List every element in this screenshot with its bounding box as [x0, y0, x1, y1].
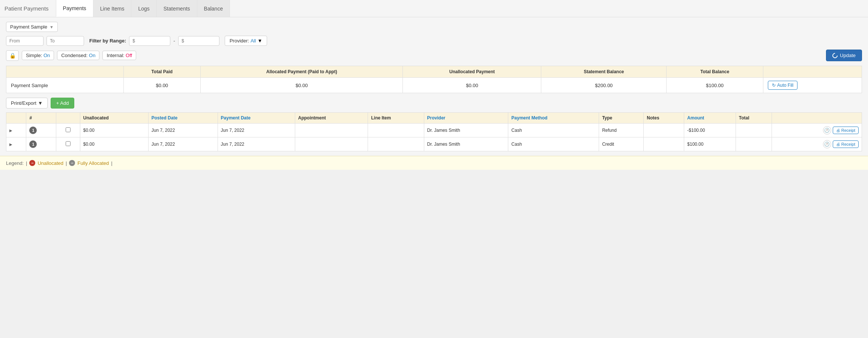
col-total: Total — [736, 113, 772, 124]
receipt-button[interactable]: 🖨 Receipt — [833, 140, 859, 148]
summary-row-name: Payment Sample — [6, 78, 124, 93]
top-nav: Patient Payments Payments Line Items Log… — [0, 0, 868, 17]
col-posted-date[interactable]: Posted Date — [148, 113, 218, 124]
summary-col-unallocated: Unallocated Payment — [403, 66, 541, 78]
from-date-input[interactable] — [6, 36, 44, 46]
row-actions-cell: 🕐 🖨 Receipt — [772, 137, 862, 151]
col-amount[interactable]: Amount — [684, 113, 736, 124]
tab-logs[interactable]: Logs — [131, 0, 156, 17]
receipt-icon: 🖨 — [836, 142, 840, 146]
provider-cell: Dr. James Smith — [424, 137, 508, 151]
expand-arrow-icon[interactable]: ▶ — [9, 142, 12, 146]
num-cell: 1 — [26, 137, 56, 151]
unallocated-cell: $0.00 — [80, 124, 148, 137]
row-num-badge: 1 — [29, 140, 37, 148]
receipt-button[interactable]: 🖨 Receipt — [833, 127, 859, 134]
row-checkbox[interactable] — [66, 127, 71, 132]
summary-unallocated: $0.00 — [403, 78, 541, 93]
line-item-cell — [368, 137, 424, 151]
add-button[interactable]: + Add — [51, 98, 75, 109]
col-line-item: Line Item — [368, 113, 424, 124]
summary-autofill-cell: ↻ Auto Fill — [763, 78, 862, 93]
total-cell — [736, 137, 772, 151]
expand-arrow-icon[interactable]: ▶ — [9, 128, 12, 133]
legend-separator-2: | — [66, 160, 67, 166]
notes-cell — [644, 137, 684, 151]
clock-history-button[interactable]: 🕐 — [823, 126, 831, 134]
table-row: ▶ 1 $0.00 Jun 7, 2022 Jun 7, 2022 Dr. Ja… — [6, 137, 862, 151]
provider-value: All — [251, 38, 256, 44]
range-filter-label: Filter by Range: — [89, 38, 126, 44]
col-appointment: Appointment — [295, 113, 368, 124]
expand-cell: ▶ — [6, 137, 26, 151]
checkbox-cell — [56, 124, 80, 137]
payment-method-cell: Cash — [508, 124, 599, 137]
amount-cell: -$100.00 — [684, 124, 736, 137]
payment-date-cell: Jun 7, 2022 — [218, 137, 295, 151]
provider-arrow-icon: ▼ — [257, 38, 262, 44]
app-title: Patient Payments — [5, 5, 49, 12]
filter-row-2: Filter by Range: - Provider: All ▼ — [6, 36, 862, 46]
nav-tabs: Payments Line Items Logs Statements Bala… — [56, 0, 230, 17]
autofill-button[interactable]: ↻ Auto Fill — [768, 81, 797, 90]
provider-cell: Dr. James Smith — [424, 124, 508, 137]
payment-method-cell: Cash — [508, 137, 599, 151]
sample-dropdown[interactable]: Payment Sample ▼ — [6, 22, 58, 32]
to-date-input[interactable] — [47, 36, 84, 46]
posted-date-cell: Jun 7, 2022 — [148, 137, 218, 151]
unallocated-legend-text: Unallocated — [38, 160, 63, 166]
toggle-row: 🔒 Simple: On Condensed: On Internal: Off… — [6, 50, 862, 61]
payments-table: # Unallocated Posted Date Payment Date A… — [6, 112, 862, 151]
refresh-small-icon: ↻ — [772, 83, 776, 88]
summary-total-paid: $0.00 — [123, 78, 200, 93]
col-checkbox — [56, 113, 80, 124]
lock-icon: 🔒 — [9, 53, 16, 59]
clock-history-button[interactable]: 🕐 — [823, 140, 831, 148]
col-num: # — [26, 113, 56, 124]
action-row: Print/Export ▼ + Add — [6, 98, 862, 109]
provider-dropdown[interactable]: Provider: All ▼ — [225, 36, 267, 46]
fully-allocated-dot-icon: − — [69, 160, 75, 166]
amount-cell: $100.00 — [684, 137, 736, 151]
tab-line-items[interactable]: Line Items — [93, 0, 132, 17]
expand-cell: ▶ — [6, 124, 26, 137]
col-payment-method[interactable]: Payment Method — [508, 113, 599, 124]
tab-balance[interactable]: Balance — [197, 0, 230, 17]
summary-col-total-paid: Total Paid — [123, 66, 200, 78]
unallocated-dot-icon: − — [29, 160, 35, 166]
tab-statements[interactable]: Statements — [156, 0, 197, 17]
summary-col-actions — [763, 66, 862, 78]
range-separator: - — [173, 38, 175, 44]
lock-button[interactable]: 🔒 — [6, 50, 19, 61]
summary-col-statement: Statement Balance — [541, 66, 667, 78]
internal-toggle[interactable]: Internal: Off — [102, 51, 136, 60]
update-button[interactable]: Update — [826, 50, 862, 61]
dropdown-arrow-icon: ▼ — [50, 25, 54, 29]
col-provider[interactable]: Provider — [424, 113, 508, 124]
print-export-button[interactable]: Print/Export ▼ — [6, 98, 48, 109]
filter-row-1: Payment Sample ▼ — [6, 22, 862, 32]
table-row: ▶ 1 $0.00 Jun 7, 2022 Jun 7, 2022 Dr. Ja… — [6, 124, 862, 137]
provider-label: Provider: — [230, 38, 249, 44]
legend-separator-3: | — [111, 160, 112, 166]
summary-allocated: $0.00 — [201, 78, 403, 93]
row-actions-cell: 🕐 🖨 Receipt — [772, 124, 862, 137]
range-from-input[interactable] — [129, 36, 170, 46]
col-unallocated: Unallocated — [80, 113, 148, 124]
col-actions — [772, 113, 862, 124]
tab-payments[interactable]: Payments — [56, 0, 93, 17]
content-area: Payment Sample ▼ Filter by Range: - Prov… — [0, 17, 868, 156]
range-to-input[interactable] — [178, 36, 219, 46]
legend-label: Legend: — [6, 160, 24, 166]
fully-allocated-legend-text: Fully Allocated — [77, 160, 109, 166]
col-payment-date[interactable]: Payment Date — [218, 113, 295, 124]
simple-toggle[interactable]: Simple: On — [22, 51, 54, 60]
condensed-toggle[interactable]: Condensed: On — [57, 51, 99, 60]
summary-table: Total Paid Allocated Payment (Paid to Ap… — [6, 66, 862, 93]
posted-date-cell: Jun 7, 2022 — [148, 124, 218, 137]
row-checkbox[interactable] — [66, 141, 71, 146]
summary-row: Payment Sample $0.00 $0.00 $0.00 $200.00… — [6, 78, 862, 93]
line-item-cell — [368, 124, 424, 137]
legend-separator-1: | — [26, 160, 27, 166]
checkbox-cell — [56, 137, 80, 151]
